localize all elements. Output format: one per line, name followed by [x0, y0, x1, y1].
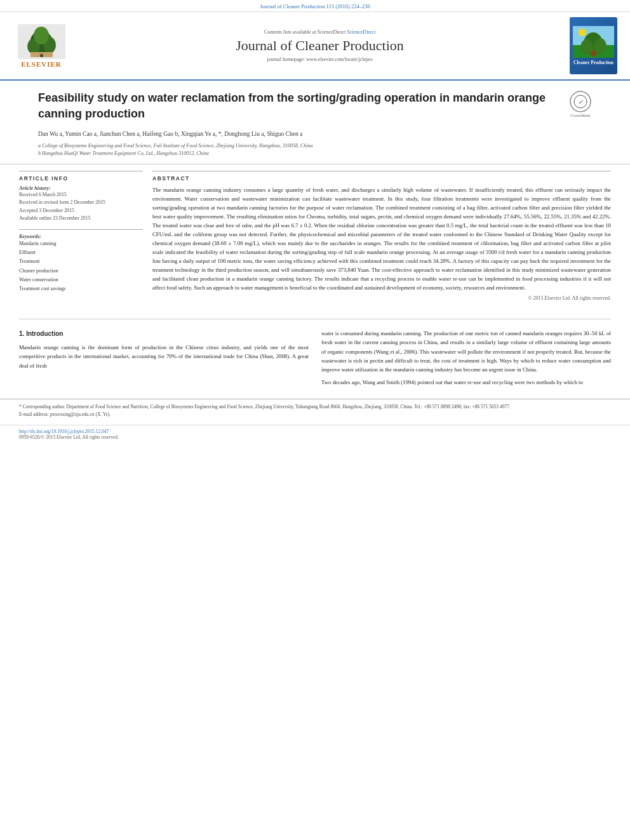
elsevier-tree-icon: ⬛ [18, 24, 65, 59]
cp-logo-image [573, 26, 614, 58]
keyword-3: Treatment [19, 257, 143, 266]
journal-header: ⬛ ELSEVIER Contents lists available at S… [0, 12, 630, 81]
article-info-section: ARTICLE INFO Article history: Received 6… [19, 171, 143, 223]
keywords-label: Keywords: [19, 234, 143, 239]
received-date: Received 6 March 2015 [19, 191, 143, 199]
cp-logo-title: Cleaner Production [572, 60, 615, 66]
article-header: Feasibility study on water reclamation f… [0, 81, 630, 164]
keyword-6: Treatment cost savings [19, 284, 143, 293]
elsevier-logo: ⬛ ELSEVIER [13, 24, 70, 68]
affiliation-b: b Hangzhou HuaQi Water Treatment Equipme… [38, 150, 592, 157]
intro-section-title: 1. Introduction [19, 329, 309, 339]
elsevier-brand: ELSEVIER [21, 60, 62, 68]
article-info-heading: ARTICLE INFO [19, 175, 143, 182]
authors-text: Dan Wu a, Yumin Cao a, Jianchun Chen a, … [38, 131, 302, 137]
main-content-area: ARTICLE INFO Article history: Received 6… [0, 164, 630, 313]
intro-para-3: Two decades ago, Wang and Smith (1994) p… [321, 378, 611, 387]
svg-text:⬛: ⬛ [39, 54, 43, 57]
svg-point-5 [34, 27, 49, 44]
svg-rect-13 [592, 50, 595, 57]
available-date: Available online 23 December 2015 [19, 215, 143, 222]
crossmark-badge[interactable]: ✓ CrossMark [569, 90, 592, 118]
crossmark-icon: ✓ [569, 90, 592, 113]
journal-homepage: journal homepage: www.elsevier.com/locat… [79, 57, 560, 62]
crossmark-label: CrossMark [570, 113, 590, 118]
body-content: 1. Introduction Mandarin orange canning … [0, 326, 630, 393]
journal-title-area: Contents lists available at ScienceDirec… [79, 29, 560, 62]
accepted-date: Accepted 3 December 2015 [19, 207, 143, 215]
bottom-bar: http://dx.doi.org/10.1016/j.jclepro.2015… [0, 425, 630, 443]
article-info-column: ARTICLE INFO Article history: Received 6… [19, 171, 143, 307]
abstract-text: The mandarin orange canning industry con… [152, 185, 611, 293]
keyword-4: Cleaner production [19, 267, 143, 276]
journal-reference: Journal of Cleaner Production 113 (2016)… [260, 3, 370, 10]
svg-point-11 [580, 39, 593, 55]
intro-para-2: water is consumed during mandarin cannin… [321, 329, 611, 373]
journal-title: Journal of Cleaner Production [79, 37, 560, 54]
section-divider [19, 319, 611, 319]
sciencedirect-text: Contents lists available at ScienceDirec… [79, 29, 560, 35]
history-label: Article history: [19, 185, 143, 191]
cleaner-production-logo: Cleaner Production [570, 17, 617, 74]
body-left-column: 1. Introduction Mandarin orange canning … [19, 329, 309, 390]
svg-point-12 [594, 38, 607, 55]
svg-text:✓: ✓ [578, 98, 584, 105]
issn-text: 0959-6526/© 2015 Elsevier Ltd. All right… [19, 434, 611, 440]
keyword-2: Effluent [19, 248, 143, 257]
abstract-section: ABSTRACT The mandarin orange canning ind… [152, 171, 611, 302]
authors-list: Dan Wu a, Yumin Cao a, Jianchun Chen a, … [38, 130, 592, 138]
keyword-1: Mandarin canning [19, 239, 143, 248]
journal-ref-bar: Journal of Cleaner Production 113 (2016)… [0, 0, 630, 12]
corresponding-footnote: * Corresponding author. Department of Fo… [19, 403, 611, 411]
keywords-section: Keywords: Mandarin canning Effluent Trea… [19, 229, 143, 294]
affiliation-a: a College of Biosystems Engineering and … [38, 142, 592, 150]
copyright-text: © 2015 Elsevier Ltd. All rights reserved… [152, 295, 611, 301]
doi-link[interactable]: http://dx.doi.org/10.1016/j.jclepro.2015… [19, 429, 109, 434]
sciencedirect-link[interactable]: ScienceDirect [347, 29, 375, 35]
intro-para-1: Mandarin orange canning is the dominant … [19, 343, 309, 370]
abstract-column: ABSTRACT The mandarin orange canning ind… [152, 171, 611, 307]
footnote-area: * Corresponding author. Department of Fo… [0, 399, 630, 418]
keyword-5: Water conservation [19, 276, 143, 284]
email-footnote: E-mail address: processing@zju.edu.cn (X… [19, 411, 611, 418]
abstract-heading: ABSTRACT [152, 175, 611, 182]
revised-date: Received in revised form 2 December 2015 [19, 199, 143, 206]
article-title: Feasibility study on water reclamation f… [38, 90, 563, 122]
svg-point-14 [579, 29, 586, 36]
affiliations: a College of Biosystems Engineering and … [38, 142, 592, 157]
body-right-column: water is consumed during mandarin cannin… [321, 329, 611, 390]
article-history: Article history: Received 6 March 2015 R… [19, 185, 143, 223]
